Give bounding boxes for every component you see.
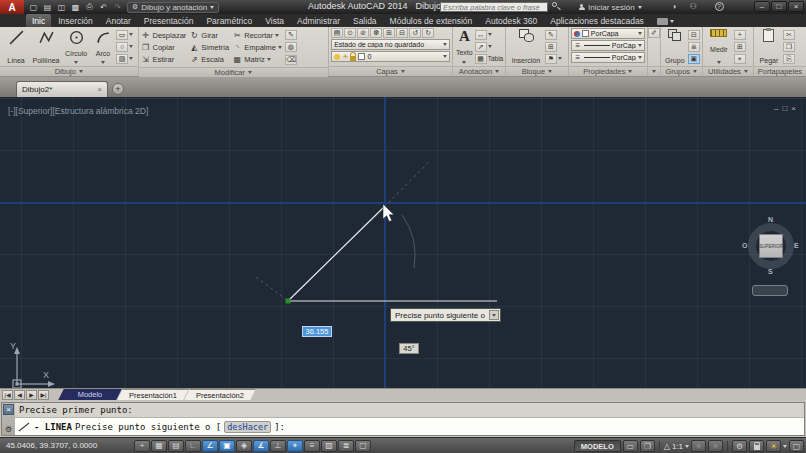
exchange-apps-icon[interactable]: ◗ bbox=[668, 1, 682, 12]
wrench-icon[interactable]: ⚙ bbox=[5, 425, 12, 434]
toolbar-lock-icon[interactable] bbox=[749, 440, 764, 452]
compass-west[interactable]: O bbox=[742, 242, 747, 249]
dynamic-ucs-toggle[interactable]: ⊥ bbox=[270, 440, 286, 452]
panel-label-utilidades[interactable]: Utilidades bbox=[703, 66, 753, 76]
panel-label-grupos[interactable]: Grupos bbox=[661, 66, 702, 76]
quick-calc-icon[interactable]: ⊞ bbox=[734, 42, 746, 52]
tab-insercion[interactable]: Inserción bbox=[52, 14, 99, 27]
command-close-icon[interactable]: × bbox=[3, 404, 14, 415]
maximize-button[interactable]: □ bbox=[771, 1, 787, 12]
panel-label-dibujo[interactable]: Dibujo bbox=[0, 66, 138, 76]
command-prompt-line[interactable]: - LINEA Precise punto siguiente o [ desH… bbox=[15, 418, 804, 435]
create-block-icon[interactable]: ⊞ bbox=[545, 42, 557, 52]
polyline-button[interactable]: Polilínea bbox=[31, 28, 61, 65]
arc-button[interactable]: Arco bbox=[91, 28, 115, 65]
paste-button[interactable]: Pegar bbox=[756, 28, 782, 65]
application-status-menu-icon[interactable] bbox=[783, 445, 787, 448]
group-edit-icon[interactable]: ≣ bbox=[688, 42, 700, 52]
tab-modulos-extension[interactable]: Módulos de extensión bbox=[384, 14, 479, 27]
tab-inicio[interactable]: Inic bbox=[26, 14, 51, 27]
tab-administrar[interactable]: Administrar bbox=[291, 14, 346, 27]
prev-layout-icon[interactable]: ◀ bbox=[14, 390, 25, 400]
tab-salida[interactable]: Salida bbox=[347, 14, 383, 27]
move-button[interactable]: ✛Desplazar bbox=[141, 29, 187, 41]
object-snap-toggle[interactable]: ▣ bbox=[219, 440, 235, 452]
new-file-icon[interactable]: ▢ bbox=[27, 1, 40, 13]
dynamic-input-field[interactable]: 36.155 bbox=[302, 326, 332, 337]
tab-anotar[interactable]: Anotar bbox=[100, 14, 137, 27]
tab-vista[interactable]: Vista bbox=[259, 14, 290, 27]
panel-label-anotacion[interactable]: Anotación bbox=[453, 66, 505, 76]
quick-select-icon[interactable]: + bbox=[734, 30, 746, 40]
mirror-button[interactable]: ◭Simetría bbox=[189, 41, 229, 53]
workspace-switching-icon[interactable]: ⚙ bbox=[732, 440, 747, 452]
close-button[interactable]: × bbox=[788, 1, 804, 12]
ellipse-tool-icon[interactable]: ○ bbox=[116, 42, 128, 52]
array-button[interactable]: ▦Matriz bbox=[232, 53, 282, 65]
compass-north[interactable]: N bbox=[768, 216, 773, 223]
eraser-icon[interactable]: ⌫ bbox=[285, 55, 297, 65]
lineweight-toggle[interactable]: ≡ bbox=[304, 440, 320, 452]
block-attributes-icon[interactable]: ⚑ bbox=[545, 54, 557, 64]
search-icon[interactable] bbox=[552, 2, 564, 12]
layer-match-icon[interactable]: ↻ bbox=[422, 28, 434, 38]
tab-aplicaciones-destacadas[interactable]: Aplicaciones destacadas bbox=[544, 14, 650, 27]
panel-label-propiedades[interactable]: Propiedades bbox=[569, 66, 647, 76]
open-file-icon[interactable]: ▤ bbox=[41, 1, 54, 13]
ungroup-icon[interactable]: ⊟ bbox=[688, 30, 700, 40]
annotation-visibility-icon[interactable]: ☀ bbox=[691, 440, 706, 452]
leader-icon[interactable]: ↗ bbox=[475, 42, 487, 52]
clean-screen-icon[interactable]: ▢ bbox=[789, 440, 804, 452]
copy-button[interactable]: ❐Copiar bbox=[141, 41, 187, 53]
tab-presentacion2[interactable]: Presentación2 bbox=[184, 389, 256, 401]
paste-special-icon[interactable]: ⎘ bbox=[783, 54, 795, 64]
communication-center-icon[interactable]: ⚇ bbox=[686, 1, 700, 12]
quick-view-drawings-icon[interactable]: ❐ bbox=[640, 440, 655, 452]
rectangle-tool-icon[interactable]: ▭ bbox=[116, 30, 128, 40]
scale-button[interactable]: ⇗Escala bbox=[189, 53, 229, 65]
sphere-pencil-icon[interactable]: ◍ bbox=[285, 42, 297, 52]
search-input[interactable] bbox=[441, 3, 547, 11]
panel-label-match[interactable] bbox=[648, 66, 660, 76]
autoscale-icon[interactable]: ☀ bbox=[708, 440, 723, 452]
linetype-dropdown[interactable]: ≡ PorCapa bbox=[571, 52, 645, 63]
grid-toggle[interactable]: ▤ bbox=[168, 440, 184, 452]
app-menu-button[interactable]: A bbox=[0, 0, 24, 14]
tab-autodesk-360[interactable]: Autodesk 360 bbox=[479, 14, 543, 27]
panel-label-capas[interactable]: Capas bbox=[329, 66, 452, 76]
panel-label-modificar[interactable]: Modificar bbox=[139, 67, 329, 77]
selection-cycling-toggle[interactable]: ▢ bbox=[355, 440, 371, 452]
insert-block-button[interactable]: Inserción bbox=[508, 28, 544, 65]
help-search-box[interactable] bbox=[440, 2, 548, 12]
copy-clip-icon[interactable]: ❐ bbox=[783, 42, 795, 52]
panel-label-portapapeles[interactable]: Portapapeles bbox=[754, 66, 806, 76]
tab-modelo[interactable]: Modelo bbox=[58, 389, 122, 401]
polar-tracking-toggle[interactable]: ∠ bbox=[202, 440, 218, 452]
group-selection-icon[interactable]: ▣ bbox=[688, 54, 700, 64]
layer-previous-icon[interactable]: ↺ bbox=[409, 28, 421, 38]
infer-constraints-toggle[interactable]: + bbox=[134, 440, 150, 452]
transparency-toggle[interactable]: ▨ bbox=[321, 440, 337, 452]
ortho-toggle[interactable]: ∟ bbox=[185, 440, 201, 452]
hatch-tool-icon[interactable]: ▨ bbox=[116, 54, 128, 64]
layer-unisolate-icon[interactable]: ⊟ bbox=[396, 28, 408, 38]
save-as-icon[interactable]: ▩ bbox=[69, 1, 82, 13]
ribbon-display-button[interactable] bbox=[657, 16, 674, 27]
sign-in-button[interactable]: Iniciar sesión bbox=[578, 1, 642, 13]
tab-presentacion[interactable]: Presentación bbox=[138, 14, 200, 27]
tab-presentacion1[interactable]: Presentación1 bbox=[117, 389, 189, 401]
viewcube-face-top[interactable]: SUPERIOR bbox=[759, 234, 783, 258]
model-space-button[interactable]: MODELO bbox=[574, 440, 621, 452]
rotate-button[interactable]: ↻Girar bbox=[189, 29, 229, 41]
quick-properties-toggle[interactable]: ≣ bbox=[338, 440, 354, 452]
lineweight-dropdown[interactable]: ≡ PorCapa bbox=[571, 40, 645, 51]
coordinates-readout[interactable]: 45.0406, 39.3707, 0.0000 bbox=[6, 441, 134, 450]
stretch-button[interactable]: ⇲Estirar bbox=[141, 53, 187, 65]
text-button[interactable]: A Texto bbox=[455, 28, 474, 65]
tab-close-icon[interactable]: × bbox=[97, 85, 102, 94]
pencil-icon[interactable]: ✎ bbox=[285, 30, 297, 40]
undo-option-chip[interactable]: desHacer bbox=[224, 421, 271, 433]
layer-properties-icon[interactable]: ▤ bbox=[331, 28, 343, 38]
new-tab-button[interactable]: + bbox=[112, 83, 124, 95]
last-layout-icon[interactable]: ▶| bbox=[38, 390, 49, 400]
